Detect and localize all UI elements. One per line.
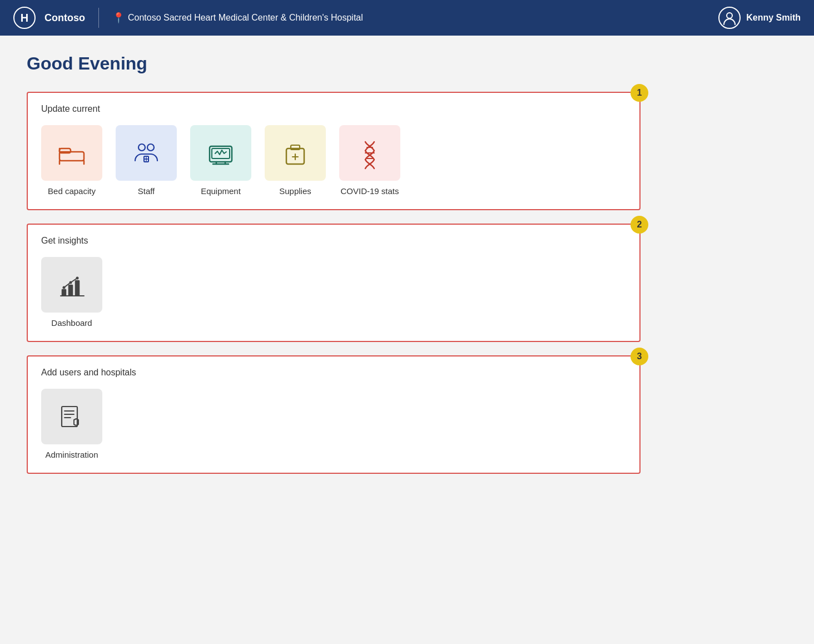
dashboard-icon bbox=[55, 268, 88, 301]
svg-point-27 bbox=[70, 281, 72, 284]
section-2-badge: 2 bbox=[631, 216, 648, 234]
greeting: Good Evening bbox=[27, 53, 641, 74]
administration-card[interactable]: Administration bbox=[41, 389, 102, 459]
org-name: Contoso bbox=[44, 12, 85, 24]
header: H Contoso 📍 Contoso Sacred Heart Medical… bbox=[0, 0, 814, 36]
staff-icon-box bbox=[116, 125, 177, 181]
svg-point-6 bbox=[138, 144, 145, 151]
administration-icon-box bbox=[41, 389, 102, 444]
header-location: 📍 Contoso Sacred Heart Medical Center & … bbox=[112, 12, 709, 24]
bed-capacity-label: Bed capacity bbox=[48, 186, 96, 196]
section-1-title: Update current bbox=[41, 104, 626, 114]
header-divider bbox=[98, 8, 99, 28]
equipment-card[interactable]: Equipment bbox=[190, 125, 251, 196]
svg-point-7 bbox=[147, 144, 154, 151]
section-3-title: Add users and hospitals bbox=[41, 368, 626, 378]
svg-point-28 bbox=[76, 277, 79, 280]
covid-icon-box bbox=[339, 125, 400, 181]
add-users-section: Add users and hospitals 3 Administrat bbox=[27, 355, 641, 474]
svg-point-0 bbox=[727, 13, 732, 18]
main-content: Good Evening Update current 1 Bed capaci… bbox=[0, 36, 667, 505]
covid-stats-card[interactable]: COVID-19 stats bbox=[339, 125, 400, 196]
administration-label: Administration bbox=[45, 450, 98, 459]
svg-rect-25 bbox=[75, 280, 80, 296]
supplies-icon-box bbox=[265, 125, 326, 181]
staff-card[interactable]: Staff bbox=[116, 125, 177, 196]
get-insights-cards: Dashboard bbox=[41, 257, 626, 328]
svg-rect-23 bbox=[62, 289, 66, 296]
equipment-icon-box bbox=[190, 125, 251, 181]
staff-label: Staff bbox=[138, 186, 155, 196]
svg-rect-24 bbox=[68, 285, 73, 296]
section-2-title: Get insights bbox=[41, 236, 626, 246]
covid-stats-label: COVID-19 stats bbox=[340, 186, 399, 196]
staff-icon bbox=[130, 136, 163, 170]
user-name: Kenny Smith bbox=[746, 13, 801, 23]
add-users-cards: Administration bbox=[41, 389, 626, 459]
header-user[interactable]: Kenny Smith bbox=[718, 7, 801, 29]
supplies-icon bbox=[279, 136, 312, 170]
bed-capacity-card[interactable]: Bed capacity bbox=[41, 125, 102, 196]
svg-rect-2 bbox=[59, 148, 71, 153]
equipment-icon bbox=[204, 136, 237, 170]
section-3-badge: 3 bbox=[631, 348, 648, 365]
user-avatar bbox=[718, 7, 741, 29]
logo-badge: H bbox=[13, 7, 36, 29]
svg-point-26 bbox=[63, 286, 66, 289]
dashboard-icon-box bbox=[41, 257, 102, 313]
location-pin-icon: 📍 bbox=[112, 12, 125, 24]
dashboard-label: Dashboard bbox=[51, 318, 92, 328]
update-current-cards: Bed capacity Staff bbox=[41, 125, 626, 196]
bed-icon bbox=[55, 136, 88, 170]
equipment-label: Equipment bbox=[201, 186, 241, 196]
supplies-label: Supplies bbox=[279, 186, 311, 196]
supplies-card[interactable]: Supplies bbox=[265, 125, 326, 196]
get-insights-section: Get insights 2 bbox=[27, 224, 641, 342]
admin-icon bbox=[55, 400, 88, 433]
section-1-badge: 1 bbox=[631, 84, 648, 102]
bed-capacity-icon-box bbox=[41, 125, 102, 181]
svg-rect-30 bbox=[62, 407, 77, 427]
covid-icon bbox=[353, 136, 386, 170]
update-current-section: Update current 1 Bed capacity bbox=[27, 92, 641, 210]
dashboard-card[interactable]: Dashboard bbox=[41, 257, 102, 328]
